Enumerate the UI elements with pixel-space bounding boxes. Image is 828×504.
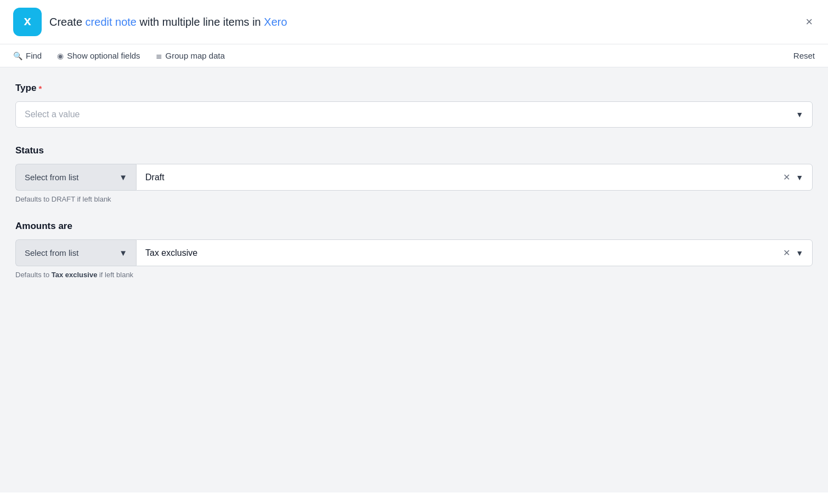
status-label: Status (15, 145, 813, 156)
amounts-section: Amounts are Select from list ▼ Tax exclu… (15, 221, 813, 279)
xero-logo: x (13, 8, 42, 36)
amounts-dual-row: Select from list ▼ Tax exclusive ✕ ▼ (15, 239, 813, 266)
find-label: Find (26, 51, 42, 60)
amounts-label-text: Amounts are (15, 221, 72, 232)
eye-icon: ◉ (57, 51, 64, 60)
status-value-actions: ✕ ▼ (783, 172, 803, 182)
amounts-value-actions: ✕ ▼ (783, 248, 803, 258)
header-title: Create credit note with multiple line it… (49, 16, 287, 28)
type-section: Type * Select a value ▼ (15, 83, 813, 128)
group-map-label: Group map data (166, 51, 225, 60)
show-optional-label: Show optional fields (67, 51, 140, 60)
clear-amounts-icon[interactable]: ✕ (783, 248, 790, 258)
clear-status-icon[interactable]: ✕ (783, 172, 790, 182)
amounts-hint-bold: Tax exclusive (52, 271, 98, 279)
chevron-down-icon: ▼ (119, 173, 127, 182)
svg-text:x: x (24, 13, 31, 28)
chevron-down-icon: ▼ (796, 249, 803, 257)
status-value-text: Draft (145, 173, 165, 182)
header-left: x Create credit note with multiple line … (13, 8, 287, 36)
amounts-value-select[interactable]: Tax exclusive ✕ ▼ (136, 239, 813, 266)
show-optional-fields-button[interactable]: ◉ Show optional fields (57, 51, 140, 60)
required-star: * (38, 84, 42, 93)
chevron-down-icon: ▼ (796, 173, 803, 182)
status-hint: Defaults to DRAFT if left blank (15, 195, 813, 203)
type-label: Type * (15, 83, 813, 94)
find-button[interactable]: 🔍 Find (13, 51, 42, 60)
title-link-xero[interactable]: Xero (264, 16, 287, 28)
status-source-placeholder: Select from list (25, 173, 78, 182)
status-value-select[interactable]: Draft ✕ ▼ (136, 164, 813, 191)
status-dual-row: Select from list ▼ Draft ✕ ▼ (15, 164, 813, 191)
title-link-credit-note[interactable]: credit note (86, 16, 137, 28)
amounts-hint-suffix: if left blank (97, 271, 133, 279)
search-icon: 🔍 (13, 51, 22, 60)
header: x Create credit note with multiple line … (0, 0, 828, 44)
xero-logo-icon: x (18, 13, 37, 31)
chevron-down-icon: ▼ (796, 110, 803, 119)
reset-button[interactable]: Reset (793, 51, 815, 60)
amounts-label: Amounts are (15, 221, 813, 232)
type-select-placeholder: Select a value (25, 110, 80, 119)
amounts-hint-prefix: Defaults to (15, 271, 52, 279)
amounts-source-select[interactable]: Select from list ▼ (15, 239, 136, 266)
type-select-dropdown[interactable]: Select a value ▼ (15, 101, 813, 128)
status-label-text: Status (15, 145, 44, 156)
main-content: Type * Select a value ▼ Status Select fr… (0, 67, 828, 492)
close-button[interactable]: × (803, 14, 815, 30)
type-label-text: Type (15, 83, 36, 94)
amounts-source-placeholder: Select from list (25, 248, 78, 257)
group-map-icon: ≣ (156, 51, 162, 60)
toolbar: 🔍 Find ◉ Show optional fields ≣ Group ma… (0, 44, 828, 67)
amounts-hint: Defaults to Tax exclusive if left blank (15, 271, 813, 279)
title-mid: with multiple line items in (137, 16, 264, 28)
title-prefix: Create (49, 16, 86, 28)
status-section: Status Select from list ▼ Draft ✕ ▼ Defa… (15, 145, 813, 203)
group-map-data-button[interactable]: ≣ Group map data (156, 51, 225, 60)
amounts-value-text: Tax exclusive (145, 248, 197, 258)
chevron-down-icon: ▼ (119, 248, 127, 257)
status-source-select[interactable]: Select from list ▼ (15, 164, 136, 191)
